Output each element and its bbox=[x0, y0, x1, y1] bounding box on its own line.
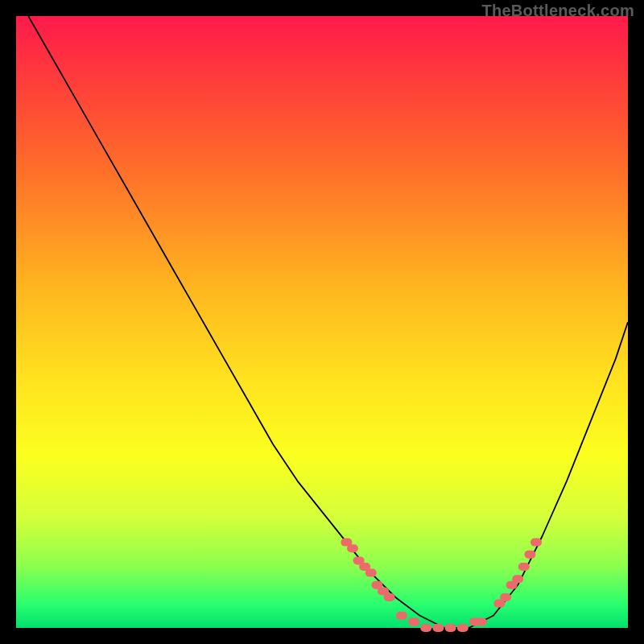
scatter-point bbox=[408, 617, 419, 625]
scatter-point bbox=[518, 563, 530, 571]
scatter-point bbox=[347, 544, 358, 552]
scatter-point bbox=[365, 569, 377, 577]
scatter-point bbox=[530, 539, 542, 547]
plot-area bbox=[16, 16, 628, 628]
scatter-point bbox=[432, 624, 444, 632]
scatter-point bbox=[476, 617, 487, 625]
scatter-point bbox=[512, 575, 523, 583]
scatter-point bbox=[445, 624, 456, 632]
scatter-point bbox=[457, 624, 469, 632]
scatter-point bbox=[524, 551, 535, 559]
scatter-point bbox=[500, 593, 511, 601]
scatter-point bbox=[384, 593, 395, 601]
chart-frame: TheBottleneck.com bbox=[0, 0, 644, 644]
bottleneck-curve bbox=[28, 16, 628, 628]
chart-svg bbox=[16, 16, 628, 628]
scatter-point bbox=[420, 624, 431, 632]
scatter-point bbox=[396, 612, 407, 620]
scatter-points bbox=[341, 539, 542, 632]
